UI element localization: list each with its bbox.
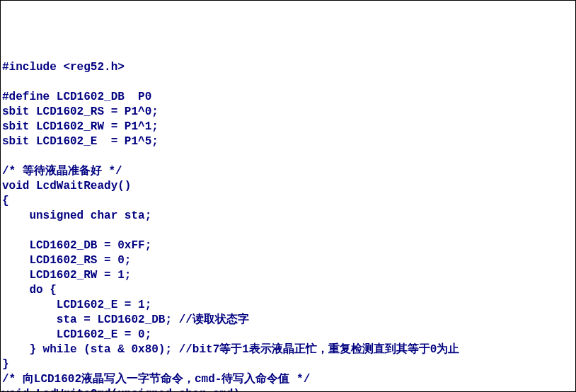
code-block: #include <reg52.h> #define LCD1602_DB P0… <box>2 60 574 392</box>
